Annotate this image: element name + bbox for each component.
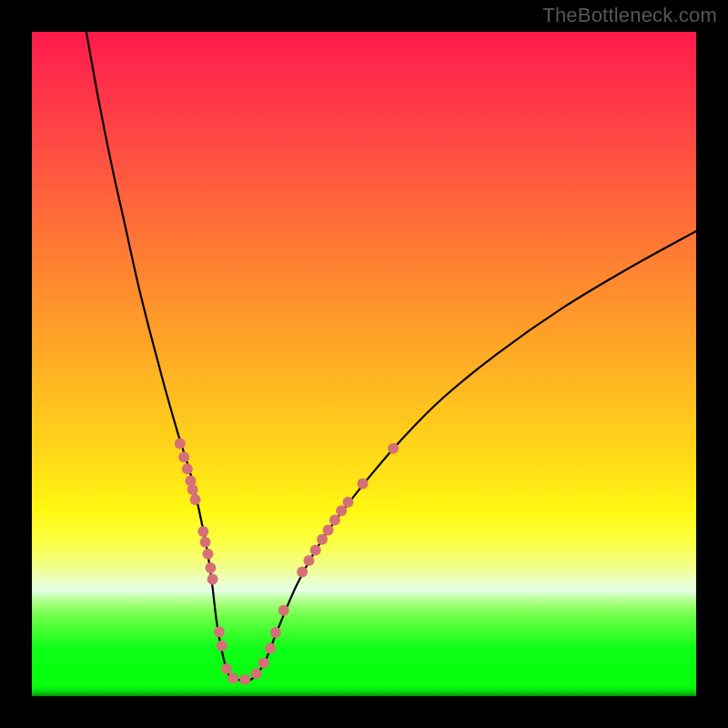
watermark-label: TheBottleneck.com [542,4,717,27]
data-marker [329,515,340,526]
data-marker [342,497,353,508]
data-marker [205,562,216,573]
data-marker [187,484,198,495]
data-marker [207,574,218,585]
data-marker [217,641,228,652]
data-marker [310,544,321,555]
data-marker [202,549,213,560]
data-marker [258,658,269,669]
curve-layer [32,32,696,696]
data-marker [323,525,334,536]
data-marker [336,505,347,516]
data-marker [239,674,250,685]
data-marker [178,451,189,462]
data-marker [358,478,369,489]
data-marker [388,443,399,454]
data-marker [190,494,201,505]
data-marker [265,642,276,653]
data-marker [270,627,281,638]
data-marker [317,534,328,545]
data-marker [200,537,211,548]
data-marker [175,439,186,450]
data-marker [297,566,308,577]
data-marker [214,626,225,637]
data-marker [278,605,289,616]
data-marker [251,668,262,679]
chart-frame: TheBottleneck.com [0,0,728,728]
data-marker [303,555,314,566]
data-marker [197,526,208,537]
data-marker [221,663,232,674]
plot-area [32,32,696,696]
data-marker [182,463,193,474]
bottleneck-curve [86,32,696,681]
data-marker [228,672,238,683]
